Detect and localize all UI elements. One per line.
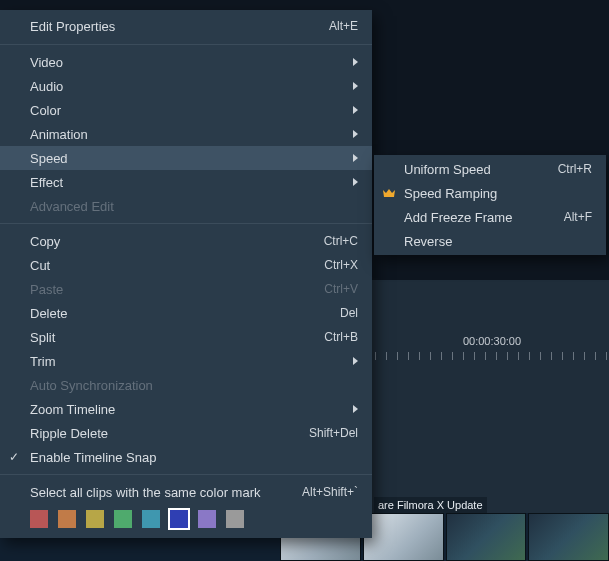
menu-advanced-edit: Advanced Edit xyxy=(0,194,372,218)
clip-title: are Filmora X Update xyxy=(374,497,487,513)
menu-enable-snap[interactable]: ✓ Enable Timeline Snap xyxy=(0,445,372,469)
color-swatch-red[interactable] xyxy=(30,510,48,528)
submenu-arrow-icon xyxy=(353,58,358,66)
menu-shortcut: Del xyxy=(340,306,358,320)
color-swatch-purple[interactable] xyxy=(198,510,216,528)
menu-label: Effect xyxy=(30,175,345,190)
menu-label: Auto Synchronization xyxy=(30,378,358,393)
menu-video[interactable]: Video xyxy=(0,50,372,74)
menu-label: Copy xyxy=(30,234,314,249)
menu-label: Cut xyxy=(30,258,314,273)
menu-label: Paste xyxy=(30,282,314,297)
menu-paste: Paste Ctrl+V xyxy=(0,277,372,301)
menu-label: Add Freeze Frame xyxy=(404,210,554,225)
submenu-arrow-icon xyxy=(353,405,358,413)
menu-zoom-timeline[interactable]: Zoom Timeline xyxy=(0,397,372,421)
menu-shortcut: Shift+Del xyxy=(309,426,358,440)
submenu-add-freeze-frame[interactable]: Add Freeze Frame Alt+F xyxy=(374,205,606,229)
menu-color[interactable]: Color xyxy=(0,98,372,122)
color-swatch-green[interactable] xyxy=(114,510,132,528)
menu-label: Uniform Speed xyxy=(404,162,548,177)
thumbnail xyxy=(363,513,444,561)
speed-submenu[interactable]: Uniform Speed Ctrl+R Speed Ramping Add F… xyxy=(374,155,606,255)
menu-shortcut: Alt+Shift+` xyxy=(302,485,358,499)
menu-label: Split xyxy=(30,330,314,345)
color-swatch-row xyxy=(0,504,372,538)
menu-label: Edit Properties xyxy=(30,19,319,34)
menu-label: Enable Timeline Snap xyxy=(30,450,358,465)
menu-label: Reverse xyxy=(404,234,592,249)
menu-ripple-delete[interactable]: Ripple Delete Shift+Del xyxy=(0,421,372,445)
color-swatch-olive[interactable] xyxy=(86,510,104,528)
menu-speed[interactable]: Speed xyxy=(0,146,372,170)
menu-label: Ripple Delete xyxy=(30,426,299,441)
menu-label: Speed Ramping xyxy=(404,186,592,201)
check-icon: ✓ xyxy=(9,450,19,464)
menu-edit-properties[interactable]: Edit Properties Alt+E xyxy=(0,13,372,39)
submenu-uniform-speed[interactable]: Uniform Speed Ctrl+R xyxy=(374,157,606,181)
submenu-reverse[interactable]: Reverse xyxy=(374,229,606,253)
context-menu[interactable]: Edit Properties Alt+E Video Audio Color … xyxy=(0,10,372,538)
submenu-speed-ramping[interactable]: Speed Ramping xyxy=(374,181,606,205)
menu-shortcut: Ctrl+C xyxy=(324,234,358,248)
submenu-arrow-icon xyxy=(353,357,358,365)
menu-shortcut: Ctrl+B xyxy=(324,330,358,344)
menu-delete[interactable]: Delete Del xyxy=(0,301,372,325)
thumbnail xyxy=(528,513,609,561)
menu-label: Color xyxy=(30,103,345,118)
menu-select-color-mark[interactable]: Select all clips with the same color mar… xyxy=(0,480,372,504)
submenu-arrow-icon xyxy=(353,178,358,186)
submenu-arrow-icon xyxy=(353,130,358,138)
menu-copy[interactable]: Copy Ctrl+C xyxy=(0,229,372,253)
menu-label: Trim xyxy=(30,354,345,369)
menu-label: Select all clips with the same color mar… xyxy=(30,485,292,500)
menu-separator xyxy=(0,474,372,475)
submenu-arrow-icon xyxy=(353,106,358,114)
color-swatch-teal[interactable] xyxy=(142,510,160,528)
thumbnail xyxy=(446,513,527,561)
menu-effect[interactable]: Effect xyxy=(0,170,372,194)
menu-separator xyxy=(0,44,372,45)
menu-auto-sync: Auto Synchronization xyxy=(0,373,372,397)
color-swatch-blue[interactable] xyxy=(170,510,188,528)
submenu-arrow-icon xyxy=(353,154,358,162)
menu-label: Advanced Edit xyxy=(30,199,358,214)
menu-shortcut: Ctrl+V xyxy=(324,282,358,296)
menu-shortcut: Alt+F xyxy=(564,210,592,224)
timeline-time-label: 00:00:30:00 xyxy=(375,335,609,347)
menu-shortcut: Alt+E xyxy=(329,19,358,33)
menu-label: Audio xyxy=(30,79,345,94)
menu-shortcut: Ctrl+X xyxy=(324,258,358,272)
menu-split[interactable]: Split Ctrl+B xyxy=(0,325,372,349)
timeline-ticks xyxy=(375,352,609,360)
menu-shortcut: Ctrl+R xyxy=(558,162,592,176)
menu-cut[interactable]: Cut Ctrl+X xyxy=(0,253,372,277)
menu-separator xyxy=(0,223,372,224)
menu-label: Delete xyxy=(30,306,330,321)
menu-animation[interactable]: Animation xyxy=(0,122,372,146)
menu-label: Animation xyxy=(30,127,345,142)
menu-trim[interactable]: Trim xyxy=(0,349,372,373)
menu-label: Speed xyxy=(30,151,345,166)
premium-crown-icon xyxy=(382,187,396,199)
menu-label: Video xyxy=(30,55,345,70)
color-swatch-orange[interactable] xyxy=(58,510,76,528)
menu-audio[interactable]: Audio xyxy=(0,74,372,98)
submenu-arrow-icon xyxy=(353,82,358,90)
color-swatch-gray[interactable] xyxy=(226,510,244,528)
menu-label: Zoom Timeline xyxy=(30,402,345,417)
